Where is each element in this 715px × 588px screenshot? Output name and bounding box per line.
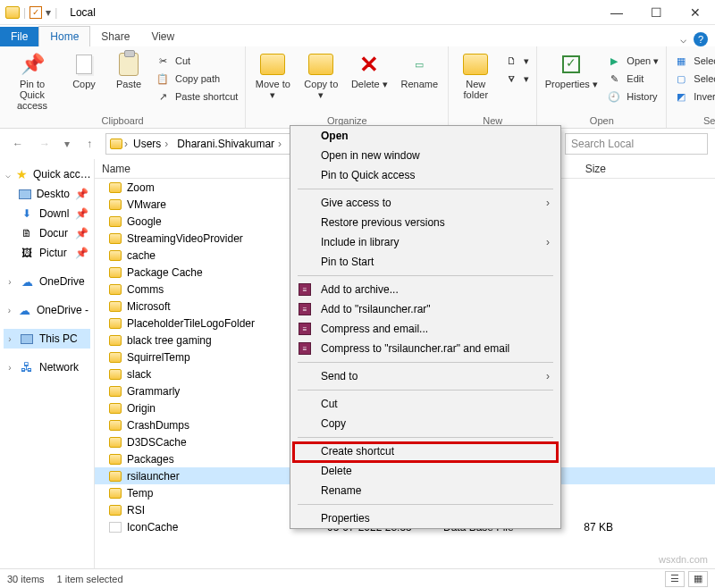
ctx-cut[interactable]: Cut <box>290 394 560 414</box>
move-to-button[interactable]: Move to ▾ <box>253 50 292 101</box>
new-folder-button[interactable]: New folder <box>456 50 495 100</box>
folder-icon <box>109 199 122 210</box>
qat-check-icon[interactable]: ✓ <box>29 6 42 19</box>
winrar-icon: ≡ <box>298 341 312 356</box>
minimize-button[interactable]: — <box>597 0 636 25</box>
history-button[interactable]: 🕘History <box>607 89 659 104</box>
copy-to-button[interactable]: Copy to ▾ <box>301 50 341 101</box>
edit-icon: ✎ <box>607 71 621 86</box>
ctx-copy[interactable]: Copy <box>290 414 560 433</box>
folder-icon <box>109 420 122 431</box>
paste-button[interactable]: Paste <box>111 50 147 89</box>
forward-button[interactable]: → <box>34 133 55 155</box>
copy-button[interactable]: Copy <box>66 50 102 89</box>
winrar-icon: ≡ <box>298 322 312 336</box>
ctx-add-to-archive[interactable]: ≡Add to archive... <box>290 280 560 299</box>
sidebar-item-quick-access[interactable]: ⌵★Quick acc… <box>4 164 90 184</box>
ctx-restore-previous[interactable]: Restore previous versions <box>290 213 560 232</box>
ctx-pin-to-start[interactable]: Pin to Start <box>290 252 560 272</box>
rename-button[interactable]: ▭Rename <box>398 50 441 89</box>
pin-icon: 📌 <box>20 52 45 77</box>
download-icon: ⬇ <box>20 206 34 221</box>
new-item-button[interactable]: 🗋▾ <box>504 54 529 68</box>
properties-button[interactable]: Properties ▾ <box>544 50 598 90</box>
tab-home[interactable]: Home <box>38 26 90 46</box>
details-view-button[interactable]: ☰ <box>665 571 685 587</box>
paste-shortcut-button[interactable]: ↗Paste shortcut <box>156 89 238 104</box>
file-name: RSI <box>127 504 145 517</box>
ctx-send-to[interactable]: Send to› <box>290 366 560 386</box>
ctx-compress-email[interactable]: ≡Compress and email... <box>290 319 560 339</box>
ctx-include-in-library[interactable]: Include in library› <box>290 232 560 252</box>
sidebar-item-downloads[interactable]: ⬇Downl📌 <box>4 204 90 223</box>
qat-dropdown-icon[interactable]: ▾ <box>46 6 51 19</box>
breadcrumb-seg[interactable]: Users› <box>130 138 172 150</box>
icons-view-button[interactable]: ▦ <box>688 571 708 587</box>
collapse-ribbon-icon[interactable]: ⌵ <box>680 33 686 46</box>
pictures-icon: 🖼 <box>20 246 34 260</box>
file-name: slack <box>127 368 151 381</box>
folder-icon <box>109 403 122 414</box>
app-icon <box>5 6 20 19</box>
folder-icon <box>260 54 285 75</box>
ctx-create-shortcut[interactable]: Create shortcut <box>290 441 560 461</box>
breadcrumb-seg[interactable]: Dharani.Shivakumar› <box>173 138 285 150</box>
tab-file[interactable]: File <box>0 27 38 46</box>
folder-icon <box>109 488 122 499</box>
back-button[interactable]: ← <box>7 133 29 155</box>
file-name: Grammarly <box>127 385 180 398</box>
select-none-button[interactable]: ▢Select none <box>674 71 715 86</box>
cut-button[interactable]: ✂Cut <box>156 54 238 68</box>
ctx-open[interactable]: Open <box>290 126 560 146</box>
copy-path-button[interactable]: 📋Copy path <box>156 71 238 86</box>
maximize-button[interactable]: ☐ <box>636 0 676 25</box>
folder-icon <box>463 54 488 75</box>
file-name: black tree gaming <box>127 334 212 347</box>
close-button[interactable]: ✕ <box>676 0 715 25</box>
ctx-add-to-rar[interactable]: ≡Add to "rsilauncher.rar" <box>290 299 560 319</box>
easy-access-button[interactable]: ⛛▾ <box>504 71 529 86</box>
select-all-button[interactable]: ▦Select all <box>674 54 715 68</box>
delete-button[interactable]: ✕Delete ▾ <box>349 50 389 90</box>
sidebar-item-onedrive[interactable]: ›☁OneDrive <box>4 272 90 291</box>
ctx-rename[interactable]: Rename <box>290 481 560 500</box>
sidebar-item-network[interactable]: ›🖧Network <box>4 357 90 377</box>
sidebar-item-pictures[interactable]: 🖼Pictur📌 <box>4 243 90 263</box>
item-count: 30 items <box>7 574 45 584</box>
ctx-delete[interactable]: Delete <box>290 461 560 481</box>
copy-path-icon: 📋 <box>156 71 170 86</box>
folder-icon <box>109 335 122 346</box>
file-name: IconCache <box>127 521 178 533</box>
pin-to-quick-access-button[interactable]: 📌 Pin to Quick access <box>7 50 57 111</box>
sidebar-item-onedrive2[interactable]: ›☁OneDrive - <box>4 300 90 320</box>
folder-icon <box>109 471 122 482</box>
sidebar-item-this-pc[interactable]: ›This PC <box>4 329 90 349</box>
file-name: Microsoft <box>127 300 171 313</box>
edit-button[interactable]: ✎Edit <box>607 71 659 86</box>
sidebar-item-desktop[interactable]: Deskto📌 <box>4 184 90 204</box>
folder-icon <box>109 182 122 193</box>
ctx-pin-quick-access[interactable]: Pin to Quick access <box>290 165 560 185</box>
copy-icon <box>72 52 97 77</box>
desktop-icon <box>19 187 31 201</box>
help-icon[interactable]: ? <box>694 32 708 46</box>
search-input[interactable]: Search Local <box>565 133 708 155</box>
tab-view[interactable]: View <box>140 27 185 46</box>
ctx-give-access-to[interactable]: Give access to› <box>290 193 560 213</box>
ctx-properties[interactable]: Properties <box>290 508 560 528</box>
invert-selection-button[interactable]: ◩Invert selection <box>674 89 715 104</box>
sidebar-item-documents[interactable]: 🗎Docur📌 <box>4 223 90 243</box>
clipboard-group-label: Clipboard <box>7 113 238 126</box>
open-button[interactable]: ▶Open ▾ <box>607 54 659 68</box>
recent-dropdown[interactable]: ▾ <box>61 133 73 155</box>
file-name: Comms <box>127 283 164 296</box>
file-name: SquirrelTemp <box>127 351 190 364</box>
ctx-open-new-window[interactable]: Open in new window <box>290 146 560 165</box>
winrar-icon: ≡ <box>298 302 312 316</box>
ctx-compress-rar-email[interactable]: ≡Compress to "rsilauncher.rar" and email <box>290 339 560 358</box>
up-button[interactable]: ↑ <box>79 133 100 155</box>
watermark: wsxdn.com <box>659 554 708 565</box>
file-icon <box>109 522 122 533</box>
star-icon: ★ <box>16 167 28 181</box>
tab-share[interactable]: Share <box>90 27 140 46</box>
